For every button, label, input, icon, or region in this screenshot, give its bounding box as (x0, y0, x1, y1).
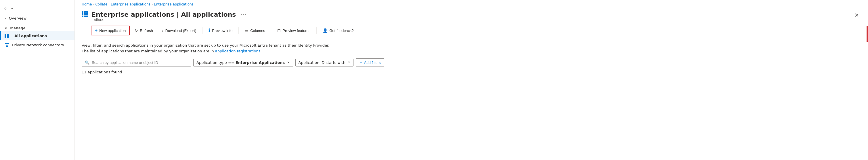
download-label: Download (Export) (165, 29, 196, 33)
search-box[interactable]: 🔍 (82, 59, 191, 66)
results-count-label: 11 applications found (82, 70, 122, 74)
svg-rect-2 (6, 45, 8, 47)
toolbar-divider-3 (271, 27, 271, 34)
sidebar-controls: ◇ « (0, 2, 74, 14)
app-type-label: Application type == Enterprise Applicati… (196, 60, 285, 65)
app-id-filter-tag: Application ID starts with ✕ (296, 59, 354, 66)
sidebar-manage-section: ∨ Manage (0, 23, 74, 31)
chevron-right-icon: › (5, 17, 6, 21)
results-count: 11 applications found (75, 69, 868, 76)
breadcrumb-sep-2: › (152, 3, 153, 6)
search-input[interactable] (92, 60, 172, 65)
sidebar-item-private-network[interactable]: Private Network connectors (0, 40, 74, 50)
app-type-value: Enterprise Applications (236, 60, 285, 65)
app-registrations-link[interactable]: application registrations (215, 49, 260, 53)
page-title-block: Enterprise applications | All applicatio… (91, 11, 248, 22)
new-application-button[interactable]: + New application (91, 26, 130, 35)
filter-row: 🔍 Application type == Enterprise Applica… (75, 56, 868, 69)
columns-icon: ☰ (245, 28, 248, 33)
waffle-icon (82, 11, 88, 17)
description-line1: View, filter, and search applications in… (82, 42, 861, 49)
close-button[interactable]: ✕ (852, 11, 861, 20)
sidebar-private-network-label: Private Network connectors (12, 43, 64, 47)
sidebar-overview-label: Overview (9, 16, 27, 21)
grid-icon (5, 34, 11, 38)
preview-info-label: Preview info (212, 29, 232, 33)
description-line2-suffix: . (260, 49, 261, 53)
plus-icon: + (95, 28, 97, 33)
toolbar: + New application ↻ Refresh ↓ Download (… (75, 23, 868, 38)
feedback-button[interactable]: 👤 Got feedback? (319, 26, 358, 35)
preview-features-icon: ⊡ (277, 28, 281, 33)
search-icon: 🔍 (85, 60, 89, 65)
page-header-area: Enterprise applications | All applicatio… (75, 9, 868, 23)
app-id-label: Application ID starts with (299, 60, 346, 65)
download-icon: ↓ (162, 28, 164, 33)
breadcrumb-current[interactable]: Enterprise applications (154, 2, 193, 6)
columns-button[interactable]: ☰ Columns (241, 26, 269, 35)
chevron-down-icon: ∨ (5, 27, 7, 30)
description-area: View, filter, and search applications in… (75, 38, 868, 56)
description-line2: The list of applications that are mainta… (82, 49, 861, 54)
breadcrumb-sep-1: › (93, 3, 94, 6)
add-filters-label: Add filters (364, 60, 381, 65)
preview-features-label: Preview features (282, 29, 310, 33)
refresh-button[interactable]: ↻ Refresh (131, 26, 157, 35)
app-id-close-icon[interactable]: ✕ (348, 61, 350, 64)
refresh-icon: ↻ (134, 28, 138, 33)
breadcrumb-enterprise[interactable]: Collate | Enterprise applications (95, 2, 150, 6)
columns-label: Columns (250, 29, 265, 33)
sidebar-toggle-btn[interactable]: « (9, 5, 15, 11)
sidebar-item-all-applications[interactable]: All applications (0, 31, 74, 40)
feedback-icon: 👤 (323, 28, 328, 33)
download-button[interactable]: ↓ Download (Export) (158, 26, 200, 35)
info-icon: ℹ (209, 28, 210, 33)
new-app-label: New application (99, 29, 126, 33)
main-content: Home › Collate | Enterprise applications… (75, 0, 868, 160)
red-accent-bar (867, 26, 868, 42)
sidebar-item-overview[interactable]: › Overview (0, 14, 74, 23)
app-type-filter-tag: Application type == Enterprise Applicati… (193, 59, 293, 66)
breadcrumb: Home › Collate | Enterprise applications… (75, 0, 868, 9)
page-title: Enterprise applications | All applicatio… (91, 11, 236, 18)
toolbar-divider-4 (316, 27, 317, 34)
page-subtitle: Collate (91, 18, 248, 22)
feedback-label: Got feedback? (329, 29, 354, 33)
preview-features-button[interactable]: ⊡ Preview features (274, 26, 314, 35)
description-line2-prefix: The list of applications that are mainta… (82, 49, 215, 53)
sidebar-collapse-btn[interactable]: ◇ (2, 5, 9, 11)
toolbar-divider-1 (202, 27, 203, 34)
breadcrumb-home[interactable]: Home (82, 2, 92, 6)
sidebar-all-apps-label: All applications (14, 34, 47, 38)
sidebar: ◇ « › Overview ∨ Manage All applications… (0, 0, 75, 160)
refresh-label: Refresh (140, 29, 153, 33)
network-icon (5, 42, 9, 47)
add-filters-button[interactable]: + Add filters (356, 58, 384, 66)
app-type-close-icon[interactable]: ✕ (287, 61, 290, 64)
preview-info-button[interactable]: ℹ Preview info (205, 26, 236, 35)
add-filter-icon: + (360, 60, 362, 65)
ellipsis-button[interactable]: ··· (239, 11, 248, 18)
